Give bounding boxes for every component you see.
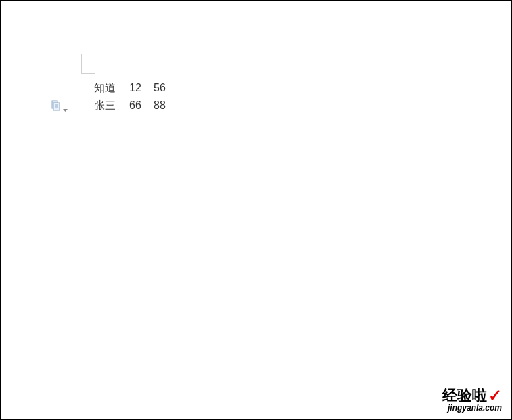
text-row: 知道 12 56 <box>94 79 166 97</box>
cell: 88 <box>154 97 166 114</box>
cell: 知道 <box>94 79 129 97</box>
text-row: 张三 66 88 <box>94 97 166 114</box>
chevron-down-icon <box>63 103 68 108</box>
cell: 56 <box>154 79 166 97</box>
paste-options-button[interactable] <box>50 100 68 111</box>
paste-icon <box>50 100 61 111</box>
text-cursor <box>166 98 166 112</box>
watermark: 经验啦 ✓ jingyanla.com <box>442 386 502 413</box>
document-body[interactable]: 知道 12 56 张三 66 88 <box>94 79 166 114</box>
cell: 66 <box>129 97 154 114</box>
cell: 张三 <box>94 97 129 114</box>
check-icon: ✓ <box>488 386 502 405</box>
watermark-url: jingyanla.com <box>442 403 502 413</box>
cell-text: 88 <box>154 99 166 111</box>
cell: 12 <box>129 79 154 97</box>
margin-marker <box>81 54 95 74</box>
